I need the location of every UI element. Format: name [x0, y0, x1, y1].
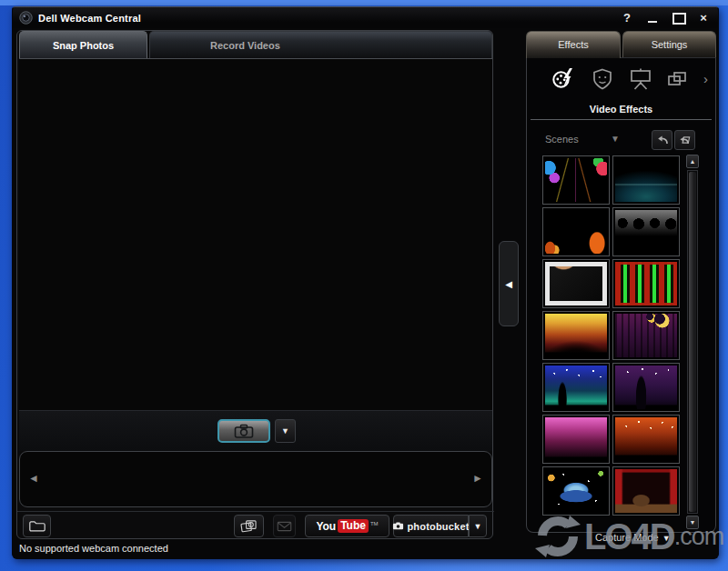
title-bar: Dell Webcam Central ? ×	[13, 7, 718, 28]
effects-scrollbar: ▲ ▼	[686, 155, 699, 529]
photo-effects-button[interactable]	[234, 515, 264, 537]
effect-thumbnail-image	[615, 469, 677, 513]
share-options-dropdown[interactable]: ▼	[469, 515, 487, 537]
effect-thumbnail[interactable]	[612, 415, 680, 464]
camera-preview-area	[19, 58, 492, 411]
youtube-logo-tube: Tube	[338, 519, 369, 533]
effect-thumbnail-image	[545, 417, 607, 461]
effect-thumbnail[interactable]	[542, 155, 610, 205]
mask-effects-category-button[interactable]	[591, 67, 614, 91]
scene-backdrop-category-button[interactable]	[629, 67, 652, 91]
effect-thumbnail[interactable]	[542, 259, 610, 308]
open-folder-button[interactable]	[23, 515, 51, 537]
scroll-up-button[interactable]: ▲	[686, 155, 699, 168]
youtube-logo-you: You	[316, 520, 336, 533]
effects-panel-tabs: Effects Settings	[526, 31, 717, 58]
capture-mode-dropdown-arrow: ▼	[662, 534, 671, 543]
effects-panel-body: › Video Effects Scenes ▼	[526, 57, 716, 533]
panel-collapse-button[interactable]: ◀	[499, 241, 519, 326]
effect-thumbnail-image	[545, 366, 607, 409]
main-content-frame: Snap Photos Record Videos ▼	[16, 30, 493, 539]
effect-thumbnail-image	[615, 314, 677, 357]
scenes-dropdown-arrow[interactable]: ▼	[611, 134, 620, 144]
effect-thumbnail[interactable]	[542, 311, 610, 360]
effect-thumbnail-image	[545, 262, 607, 306]
minimize-button[interactable]	[645, 7, 660, 28]
effect-thumbnail-image	[545, 314, 607, 357]
gallery-prev-arrow[interactable]: ◄	[28, 472, 39, 485]
capture-options-dropdown[interactable]: ▼	[275, 419, 296, 443]
effect-thumbnail-grid	[542, 155, 680, 516]
effect-thumbnail-image	[615, 158, 677, 202]
folder-icon	[28, 519, 46, 533]
camera-icon	[232, 423, 256, 439]
effect-thumbnail[interactable]	[612, 155, 680, 205]
tab-snap-photos[interactable]: Snap Photos	[19, 31, 147, 58]
tab-effects[interactable]: Effects	[526, 31, 621, 58]
effect-thumbnail-image	[545, 469, 607, 513]
share-toolbar: You Tube TM photobucket ▼	[17, 511, 494, 540]
effect-thumbnail-image	[615, 366, 677, 409]
capture-mode-label: Capture Mode	[595, 532, 659, 543]
more-categories-chevron[interactable]: ›	[703, 67, 708, 91]
scrollbar-thumb[interactable]	[689, 172, 696, 512]
photo-stack-icon	[239, 518, 258, 534]
help-button[interactable]: ?	[620, 7, 634, 28]
effect-thumbnail[interactable]	[542, 415, 610, 464]
effect-thumbnail[interactable]	[542, 466, 610, 516]
tab-settings[interactable]: Settings	[622, 31, 716, 58]
photobucket-camera-icon	[392, 522, 404, 530]
capture-mode-control[interactable]: Capture Mode▼	[595, 532, 671, 543]
effect-thumbnail-image	[545, 158, 607, 202]
effect-thumbnail-image	[615, 417, 677, 461]
app-window: Dell Webcam Central ? × Snap Photos Reco…	[12, 6, 719, 559]
scrollbar-track[interactable]	[687, 170, 698, 514]
youtube-upload-button[interactable]: You Tube TM	[305, 515, 389, 537]
close-button[interactable]: ×	[696, 7, 711, 28]
effect-category-row: ›	[527, 65, 715, 96]
effect-thumbnail-image	[615, 210, 677, 254]
reset-effects-button[interactable]	[674, 130, 695, 150]
scenes-dropdown-label[interactable]: Scenes	[545, 134, 579, 145]
capture-controls-row: ▼	[19, 411, 492, 451]
youtube-trademark: TM	[370, 521, 379, 526]
effect-thumbnail[interactable]	[612, 311, 680, 360]
maximize-button[interactable]	[671, 7, 685, 28]
gallery-next-arrow[interactable]: ►	[472, 472, 483, 485]
photobucket-upload-button[interactable]: photobucket	[393, 515, 469, 537]
undo-effect-button[interactable]	[652, 130, 672, 150]
scroll-down-button[interactable]: ▼	[686, 516, 699, 529]
effect-thumbnail[interactable]	[612, 259, 680, 308]
effect-thumbnail[interactable]	[612, 207, 680, 256]
effect-thumbnail[interactable]	[612, 363, 680, 412]
window-title: Dell Webcam Central	[38, 13, 141, 24]
mode-tab-bar: Snap Photos Record Videos	[17, 31, 492, 58]
effect-thumbnail-image	[615, 262, 677, 306]
scenes-filter-row: Scenes ▼	[527, 129, 715, 153]
status-message: No supported webcam connected	[19, 543, 168, 554]
effect-thumbnail[interactable]	[612, 466, 680, 516]
section-title: Video Effects	[527, 104, 715, 115]
effect-thumbnail-image	[545, 210, 607, 254]
effect-thumbnail[interactable]	[542, 207, 610, 256]
photo-gallery-strip: ◄ ►	[19, 451, 492, 507]
webcam-app-icon	[19, 11, 33, 25]
envelope-icon	[277, 521, 292, 532]
effect-thumbnail[interactable]	[542, 363, 610, 412]
overlay-frames-category-button[interactable]	[665, 67, 689, 91]
section-divider	[531, 119, 712, 120]
photobucket-label: photobucket	[407, 521, 469, 532]
window-controls: ? ×	[620, 7, 711, 28]
email-button[interactable]	[273, 515, 296, 537]
video-effects-category-button[interactable]	[551, 67, 575, 91]
desktop-background: Dell Webcam Central ? × Snap Photos Reco…	[0, 0, 728, 571]
snap-photo-button[interactable]	[217, 419, 270, 443]
tab-record-videos[interactable]: Record Videos	[149, 31, 492, 58]
